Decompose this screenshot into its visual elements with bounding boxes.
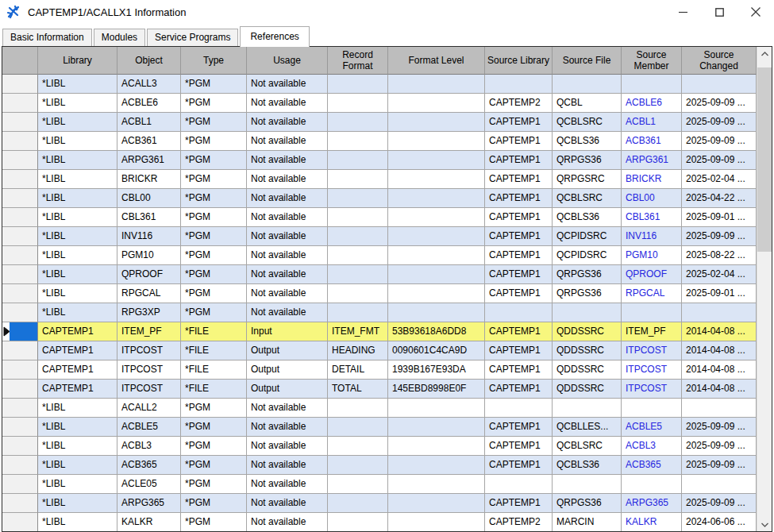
row-selector-current[interactable]: [2, 322, 38, 341]
cell-library[interactable]: *LIBL: [38, 456, 117, 475]
cell-format-level[interactable]: [388, 399, 485, 418]
cell-source-changed[interactable]: 2025-09-09 ...: [682, 437, 757, 456]
cell-object[interactable]: QPROOF: [117, 265, 181, 284]
cell-record-format[interactable]: [328, 94, 388, 113]
cell-source-changed[interactable]: 2025-09-09 ...: [682, 456, 757, 475]
cell-record-format[interactable]: [328, 418, 388, 437]
cell-source-library[interactable]: CAPTEMP1: [485, 265, 553, 284]
cell-source-library[interactable]: CAPTEMP1: [485, 380, 553, 399]
scrollbar-thumb[interactable]: [757, 67, 772, 252]
cell-library[interactable]: *LIBL: [38, 246, 117, 265]
cell-object[interactable]: ACBLE5: [117, 418, 181, 437]
cell-library[interactable]: CAPTEMP1: [38, 380, 117, 399]
cell-source-library[interactable]: CAPTEMP2: [485, 94, 553, 113]
cell-library[interactable]: *LIBL: [38, 75, 117, 94]
cell-source-member[interactable]: ITEM_PF: [622, 322, 682, 341]
row-selector[interactable]: [2, 303, 38, 322]
cell-object[interactable]: CBL00: [117, 189, 181, 208]
cell-usage[interactable]: Not available: [247, 189, 328, 208]
cell-source-member[interactable]: ACBLE6: [622, 94, 682, 113]
cell-source-file[interactable]: [553, 399, 622, 418]
cell-library[interactable]: *LIBL: [38, 418, 117, 437]
row-selector[interactable]: [2, 475, 38, 494]
cell-source-changed[interactable]: 2025-04-22 ...: [682, 189, 757, 208]
cell-source-member[interactable]: ACB361: [622, 132, 682, 151]
cell-type[interactable]: *FILE: [181, 360, 247, 380]
cell-type[interactable]: *PGM: [181, 151, 247, 170]
cell-usage[interactable]: Output: [247, 360, 328, 380]
column-header-usage[interactable]: Usage: [247, 47, 328, 75]
cell-library[interactable]: *LIBL: [38, 113, 117, 132]
column-header-format-level[interactable]: Format Level: [388, 47, 485, 75]
cell-type[interactable]: *PGM: [181, 246, 247, 265]
cell-source-library[interactable]: CAPTEMP1: [485, 341, 553, 360]
cell-record-format[interactable]: [328, 513, 388, 531]
cell-source-file[interactable]: QRPGS36: [553, 494, 622, 513]
cell-source-member[interactable]: [622, 399, 682, 418]
cell-record-format[interactable]: [328, 227, 388, 246]
cell-source-library[interactable]: CAPTEMP1: [485, 113, 553, 132]
cell-library[interactable]: *LIBL: [38, 227, 117, 246]
cell-object[interactable]: ACB361: [117, 132, 181, 151]
cell-format-level[interactable]: [388, 75, 485, 94]
cell-type[interactable]: *PGM: [181, 399, 247, 418]
cell-record-format[interactable]: [328, 284, 388, 303]
cell-source-file[interactable]: QCBLSRC: [553, 113, 622, 132]
cell-usage[interactable]: Not available: [247, 94, 328, 113]
cell-type[interactable]: *FILE: [181, 322, 247, 341]
cell-type[interactable]: *FILE: [181, 341, 247, 360]
cell-source-file[interactable]: QRPGSRC: [553, 170, 622, 189]
cell-source-library[interactable]: CAPTEMP1: [485, 494, 553, 513]
cell-record-format[interactable]: [328, 170, 388, 189]
cell-record-format[interactable]: [328, 113, 388, 132]
cell-object[interactable]: PGM10: [117, 246, 181, 265]
cell-source-changed[interactable]: 2025-09-09 ...: [682, 132, 757, 151]
cell-format-level[interactable]: [388, 170, 485, 189]
row-selector[interactable]: [2, 189, 38, 208]
cell-library[interactable]: *LIBL: [38, 132, 117, 151]
cell-usage[interactable]: Not available: [247, 75, 328, 94]
cell-source-changed[interactable]: 2025-09-01 ...: [682, 208, 757, 227]
cell-record-format[interactable]: [328, 303, 388, 322]
tab-service-programs[interactable]: Service Programs: [147, 29, 238, 46]
cell-source-member[interactable]: QPROOF: [622, 265, 682, 284]
cell-source-member[interactable]: ITPCOST: [622, 380, 682, 399]
cell-source-library[interactable]: [485, 75, 553, 94]
row-selector[interactable]: [2, 227, 38, 246]
cell-record-format[interactable]: [328, 437, 388, 456]
tab-modules[interactable]: Modules: [94, 29, 145, 46]
cell-record-format[interactable]: [328, 151, 388, 170]
row-selector[interactable]: [2, 456, 38, 475]
cell-format-level[interactable]: [388, 227, 485, 246]
cell-type[interactable]: *FILE: [181, 380, 247, 399]
cell-source-changed[interactable]: 2014-04-08 ...: [682, 380, 757, 399]
cell-type[interactable]: *PGM: [181, 227, 247, 246]
cell-object[interactable]: ACB365: [117, 456, 181, 475]
cell-object[interactable]: CBL361: [117, 208, 181, 227]
cell-format-level[interactable]: [388, 94, 485, 113]
cell-source-library[interactable]: CAPTEMP1: [485, 170, 553, 189]
cell-object[interactable]: ITPCOST: [117, 341, 181, 360]
cell-source-file[interactable]: QDDSSRC: [553, 380, 622, 399]
cell-record-format[interactable]: ITEM_FMT: [328, 322, 388, 341]
cell-format-level[interactable]: [388, 246, 485, 265]
tab-references[interactable]: References: [240, 26, 309, 47]
tab-basic-information[interactable]: Basic Information: [2, 29, 92, 46]
column-header-library[interactable]: Library: [38, 47, 117, 75]
cell-type[interactable]: *PGM: [181, 132, 247, 151]
cell-format-level[interactable]: 145EBD8998E0F: [388, 380, 485, 399]
cell-source-file[interactable]: MARCIN: [553, 513, 622, 531]
cell-usage[interactable]: Not available: [247, 399, 328, 418]
cell-record-format[interactable]: [328, 456, 388, 475]
cell-record-format[interactable]: TOTAL: [328, 380, 388, 399]
cell-usage[interactable]: Output: [247, 341, 328, 360]
minimize-button[interactable]: [664, 0, 701, 24]
cell-source-member[interactable]: KALKR: [622, 513, 682, 531]
cell-source-changed[interactable]: 2025-09-09 ...: [682, 94, 757, 113]
cell-source-changed[interactable]: 2025-09-09 ...: [682, 227, 757, 246]
row-selector[interactable]: [2, 75, 38, 94]
cell-library[interactable]: *LIBL: [38, 399, 117, 418]
cell-object[interactable]: ITPCOST: [117, 360, 181, 380]
row-selector[interactable]: [2, 284, 38, 303]
cell-source-file[interactable]: QRPGS36: [553, 151, 622, 170]
